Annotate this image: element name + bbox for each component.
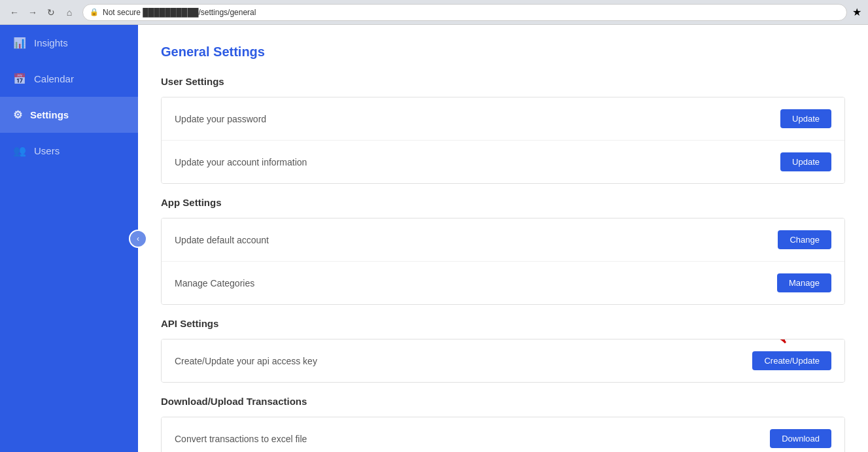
app-container: 📊 Insights 📅 Calendar ⚙ Settings 👥 Users… [0,25,868,452]
update-account-row: Update your account information Update [162,141,844,183]
download-upload-card: Convert transactions to excel file Downl… [161,417,845,452]
users-icon: 👥 [13,145,26,157]
api-settings-section: API Settings Create/Update your api acce… [161,318,845,383]
back-button[interactable]: ← [7,5,22,20]
update-account-button[interactable]: Update [780,152,831,171]
svg-marker-1 [778,339,786,343]
app-settings-section: App Settings Update default account Chan… [161,197,845,305]
address-bar[interactable]: 🔒 Not secure ██████████/settings/general [82,4,847,21]
sidebar-collapse-button[interactable]: ‹ [129,230,147,248]
api-key-row: Create/Update your api access key Create… [162,339,844,382]
browser-chrome: ← → ↻ ⌂ 🔒 Not secure ██████████/settings… [0,0,868,25]
update-default-account-label: Update default account [175,235,269,245]
app-settings-card: Update default account Change Manage Cat… [161,218,845,305]
user-settings-section: User Settings Update your password Updat… [161,76,845,184]
browser-nav-buttons: ← → ↻ ⌂ [7,5,77,20]
refresh-button[interactable]: ↻ [43,5,59,20]
sidebar-item-label-settings: Settings [30,109,69,120]
update-account-label: Update your account information [175,157,307,167]
user-settings-card: Update your password Update Update your … [161,97,845,184]
sidebar-item-label-insights: Insights [34,37,68,48]
sidebar-item-insights[interactable]: 📊 Insights [0,25,138,61]
star-icon[interactable]: ★ [852,6,861,18]
update-password-row: Update your password Update [162,97,844,141]
download-upload-title: Download/Upload Transactions [161,396,845,407]
update-password-label: Update your password [175,114,266,124]
download-transactions-row: Convert transactions to excel file Downl… [162,417,844,452]
settings-icon: ⚙ [13,109,22,121]
browser-icons: ★ [852,6,861,18]
svg-line-0 [759,339,786,343]
chevron-left-icon: ‹ [137,234,139,243]
sidebar-item-calendar[interactable]: 📅 Calendar [0,61,138,97]
update-default-account-row: Update default account Change [162,218,844,262]
page-title: General Settings [161,44,845,60]
change-account-button[interactable]: Change [778,230,831,249]
sidebar-item-label-calendar: Calendar [34,73,74,84]
red-arrow-annotation [753,339,792,346]
calendar-icon: 📅 [13,73,26,85]
api-key-label: Create/Update your api access key [175,356,317,366]
update-password-button[interactable]: Update [780,109,831,128]
manage-categories-row: Manage Categories Manage [162,262,844,304]
main-content: General Settings User Settings Update yo… [138,25,868,452]
sidebar-item-users[interactable]: 👥 Users [0,133,138,169]
url-text: Not secure ██████████/settings/general [103,8,256,17]
sidebar-item-label-users: Users [34,145,60,156]
app-settings-title: App Settings [161,197,845,208]
create-update-api-button[interactable]: Create/Update [752,351,831,370]
user-settings-title: User Settings [161,76,845,87]
api-settings-card: Create/Update your api access key Create… [161,339,845,383]
lock-icon: 🔒 [90,8,99,16]
api-settings-title: API Settings [161,318,845,329]
manage-categories-label: Manage Categories [175,278,254,288]
manage-categories-button[interactable]: Manage [777,273,831,292]
sidebar-item-settings[interactable]: ⚙ Settings [0,97,138,133]
home-button[interactable]: ⌂ [61,5,77,20]
download-upload-section: Download/Upload Transactions Convert tra… [161,396,845,452]
forward-button[interactable]: → [25,5,41,20]
insights-icon: 📊 [13,37,26,49]
sidebar: 📊 Insights 📅 Calendar ⚙ Settings 👥 Users… [0,25,138,452]
download-transactions-button[interactable]: Download [770,429,831,448]
download-transactions-label: Convert transactions to excel file [175,434,307,444]
